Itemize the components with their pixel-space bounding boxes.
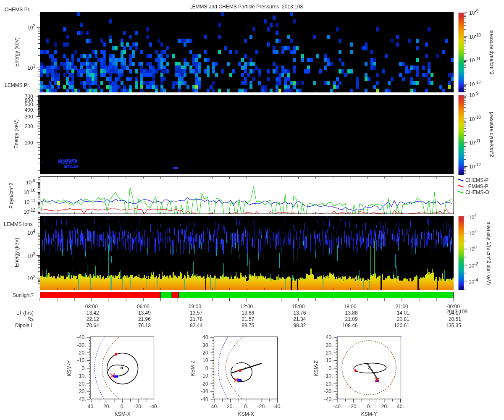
svg-text:12:00: 12:00 (240, 304, 253, 310)
svg-text:18:00: 18:00 (344, 304, 357, 310)
svg-text:09:00: 09:00 (189, 304, 201, 310)
svg-text:20.: 20. (227, 404, 234, 410)
svg-text:40.: 40. (326, 334, 333, 340)
svg-text:KSM-X: KSM-X (115, 411, 131, 417)
svg-text:101: 101 (27, 64, 35, 71)
svg-text:-20.: -20. (134, 404, 143, 410)
svg-text:10-11: 10-11 (24, 198, 36, 205)
svg-text:-30.: -30. (77, 342, 86, 348)
svg-text:135.35: 135.35 (446, 323, 461, 328)
svg-text:100.: 100. (25, 140, 34, 146)
svg-text:103: 103 (27, 252, 35, 259)
svg-text:10-10: 10-10 (469, 33, 481, 40)
svg-text:0.: 0. (367, 404, 371, 410)
svg-text:14.17: 14.17 (449, 310, 461, 316)
svg-text:21.09: 21.09 (345, 316, 358, 322)
svg-text:40.: 40. (397, 404, 404, 410)
svg-text:21.96: 21.96 (138, 316, 151, 322)
svg-text:0.: 0. (244, 404, 248, 410)
svg-text:21.34: 21.34 (293, 316, 306, 322)
svg-text:13.88: 13.88 (345, 310, 358, 316)
svg-text:-40.: -40. (150, 404, 158, 410)
svg-text:20.51: 20.51 (449, 316, 461, 322)
svg-text:30.: 30. (202, 342, 210, 348)
svg-text:98.32: 98.32 (293, 323, 306, 328)
svg-text:00:00: 00:00 (447, 304, 460, 310)
svg-text:10-10: 10-10 (24, 188, 35, 195)
svg-text:-20.: -20. (77, 350, 86, 356)
svg-text:03:00: 03:00 (85, 304, 98, 310)
svg-text:40.: 40. (202, 334, 210, 340)
svg-text:400.: 400. (25, 107, 34, 113)
svg-text:20.: 20. (202, 350, 210, 356)
svg-text:Energy (keV): Energy (keV) (13, 119, 19, 149)
svg-text:10-9: 10-9 (26, 178, 36, 186)
svg-text:10-12: 10-12 (469, 163, 481, 170)
svg-text:-10.: -10. (77, 357, 86, 363)
svg-text:pressure dyne/cm^2: pressure dyne/cm^2 (489, 29, 495, 75)
svg-text:102: 102 (469, 229, 477, 236)
svg-text:0.: 0. (81, 365, 86, 371)
svg-text:-20.: -20. (201, 381, 210, 387)
svg-text:13.57: 13.57 (190, 310, 202, 316)
svg-text:-10.: -10. (324, 373, 333, 379)
svg-text:-30.: -30. (201, 388, 210, 394)
svg-text:-40.: -40. (77, 334, 86, 340)
svg-text:21:00: 21:00 (396, 304, 408, 310)
svg-text:13.66: 13.66 (242, 310, 254, 316)
svg-text:300.: 300. (25, 114, 34, 120)
svg-text:Energy (keV): Energy (keV) (14, 37, 20, 67)
svg-text:40.: 40. (211, 404, 218, 410)
svg-text:102: 102 (27, 24, 35, 31)
svg-text:intensity 1/(s cm^2 ster keV): intensity 1/(s cm^2 ster keV) (486, 222, 492, 285)
svg-text:KSM-Y: KSM-Y (361, 411, 377, 417)
svg-text:06:00: 06:00 (137, 304, 150, 310)
svg-text:70.64: 70.64 (87, 323, 99, 328)
svg-text:10-10: 10-10 (469, 115, 481, 122)
svg-text:pressure dyne/cm^2: pressure dyne/cm^2 (489, 112, 495, 157)
svg-text:-20.: -20. (324, 381, 333, 387)
svg-text:P dyn/cm^2: P dyn/cm^2 (8, 183, 14, 209)
svg-text:13.49: 13.49 (138, 310, 151, 316)
svg-text:13.76: 13.76 (293, 310, 306, 316)
svg-text:20.: 20. (79, 381, 86, 387)
svg-text:102: 102 (27, 274, 35, 281)
svg-text:CHEMS-O: CHEMS-O (465, 189, 489, 195)
svg-text:20.: 20. (381, 404, 388, 410)
svg-text:40.: 40. (88, 404, 95, 410)
svg-text:104: 104 (469, 213, 477, 220)
svg-text:LEMMS Ions: LEMMS Ions (4, 221, 33, 227)
svg-text:21.57: 21.57 (242, 316, 254, 322)
svg-text:-10.: -10. (201, 373, 210, 379)
svg-text:CHEMS Pr.: CHEMS Pr. (5, 7, 30, 13)
svg-text:10-11: 10-11 (469, 56, 481, 63)
svg-text:0.: 0. (328, 365, 333, 371)
svg-text:-20.: -20. (349, 404, 358, 410)
svg-text:10.: 10. (79, 373, 86, 379)
svg-text:10-4: 10-4 (469, 278, 478, 285)
svg-text:-40.: -40. (333, 404, 342, 410)
svg-text:10-11: 10-11 (469, 139, 481, 146)
svg-text:30.: 30. (326, 342, 333, 348)
svg-text:10.: 10. (202, 357, 210, 363)
svg-text:KSM-Z: KSM-Z (190, 360, 196, 376)
svg-text:-40.: -40. (324, 396, 333, 402)
svg-text:15:00: 15:00 (292, 304, 304, 310)
svg-text:Energy (keV): Energy (keV) (14, 238, 20, 267)
svg-text:89.75: 89.75 (242, 323, 254, 328)
svg-text:LEMMS and CHEMS Particle Press: LEMMS and CHEMS Particle Pressures 2013:… (189, 4, 303, 10)
svg-text:Rs: Rs (27, 316, 34, 322)
svg-text:21.78: 21.78 (190, 316, 202, 322)
svg-text:-40.: -40. (201, 396, 210, 402)
svg-text:30.: 30. (79, 388, 86, 394)
svg-text:13.42: 13.42 (87, 310, 99, 316)
svg-text:40.: 40. (79, 396, 86, 402)
svg-text:108.46: 108.46 (342, 323, 358, 328)
svg-text:76.13: 76.13 (138, 323, 151, 328)
svg-text:0.: 0. (121, 404, 125, 410)
svg-text:104: 104 (27, 229, 35, 236)
svg-text:10-12: 10-12 (469, 80, 481, 87)
svg-text:10-12: 10-12 (24, 208, 35, 215)
svg-text:LEMMS-P: LEMMS-P (465, 184, 488, 189)
svg-text:200.: 200. (25, 123, 34, 129)
